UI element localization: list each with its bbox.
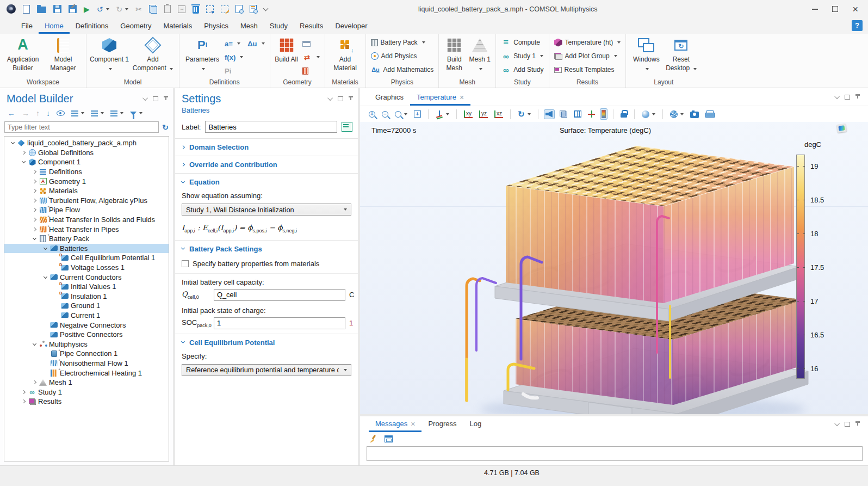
color-legend-icon[interactable] xyxy=(600,109,607,119)
parameters-button[interactable]: Pi Parameters xyxy=(182,35,222,72)
build-all-button[interactable]: Build All xyxy=(273,35,300,64)
default-view-icon[interactable] xyxy=(435,109,450,119)
maximize-icon[interactable] xyxy=(832,6,838,12)
create-variable-icon[interactable] xyxy=(342,122,352,132)
livelink-button[interactable]: ⇄ xyxy=(302,52,320,63)
tree-item-voltage-losses-1[interactable]: Voltage Losses 1 xyxy=(4,263,169,273)
minimize-icon[interactable] xyxy=(812,9,818,10)
clear-messages-icon[interactable] xyxy=(368,434,378,444)
expander-open-icon[interactable] xyxy=(20,161,27,163)
tree-item-results[interactable]: Results xyxy=(4,397,169,407)
expander-closed-icon[interactable] xyxy=(30,381,38,384)
nav-forward-icon[interactable]: → xyxy=(21,108,30,118)
tree-item-pipe-connection-1[interactable]: Pipe Connection 1 xyxy=(4,349,169,359)
node-text-icon[interactable] xyxy=(109,109,125,118)
transparency-icon[interactable] xyxy=(559,109,568,119)
tree-item-ground-1[interactable]: Ground 1 xyxy=(4,301,169,311)
tree-item-electrochemical-heating-1[interactable]: Electrochemical Heating 1 xyxy=(4,368,169,378)
application-builder-button[interactable]: Application Builder xyxy=(3,35,43,72)
show-axes-icon[interactable] xyxy=(587,109,596,119)
messages-tab-log[interactable]: Log xyxy=(463,416,488,432)
tab-close-icon[interactable]: × xyxy=(460,94,464,101)
soc-input[interactable] xyxy=(214,317,345,329)
tree-item-definitions[interactable]: Definitions xyxy=(4,167,169,177)
zoom-box-icon[interactable] xyxy=(394,110,408,119)
app-logo-icon[interactable] xyxy=(5,3,17,15)
new-file-icon[interactable] xyxy=(22,4,31,15)
open-file-icon[interactable] xyxy=(36,4,47,14)
add-mathematics-button[interactable]: Δu̲Add Mathematics xyxy=(371,64,434,75)
zoom-extents-icon[interactable] xyxy=(413,109,422,119)
expander-open-icon[interactable] xyxy=(41,276,49,278)
tree-item-geometry-1[interactable]: Geometry 1 xyxy=(4,176,169,186)
rotate-view-icon[interactable]: ↻ xyxy=(517,109,532,119)
tree-item-multiphysics[interactable]: Multiphysics xyxy=(4,339,169,349)
scene-thumbnail-icon[interactable] xyxy=(836,124,847,133)
menu-item-definitions[interactable]: Definitions xyxy=(70,19,115,34)
expander-closed-icon[interactable] xyxy=(30,180,38,183)
panel-pin-icon[interactable] xyxy=(163,95,169,102)
move-down-icon[interactable]: ↓ xyxy=(45,108,51,118)
expander-closed-icon[interactable] xyxy=(20,151,27,154)
clear-selection-icon[interactable] xyxy=(220,4,230,14)
close-icon[interactable]: × xyxy=(852,4,858,14)
panel-pin-icon[interactable] xyxy=(348,95,354,102)
section-equation[interactable]: Equation xyxy=(175,174,358,190)
filter-icon[interactable] xyxy=(129,110,144,116)
tree-item-turbulent-flow-algebraic-yplus[interactable]: Turbulent Flow, Algebraic yPlus xyxy=(4,196,169,206)
tree-item-nonisothermal-flow-1[interactable]: Nonisothermal Flow 1 xyxy=(4,359,169,368)
tree-item-heat-transfer-in-solids-and-fluids[interactable]: Heat Transfer in Solids and Fluids xyxy=(4,215,169,225)
messages-output[interactable] xyxy=(367,446,863,461)
undo-icon[interactable]: ↺ xyxy=(96,4,110,14)
panel-maximize-icon[interactable] xyxy=(153,96,158,101)
parameter-case-button[interactable]: Pi xyxy=(225,65,243,76)
selection-sound-icon[interactable] xyxy=(544,110,554,119)
panel-menu-icon[interactable] xyxy=(834,421,840,426)
add-material-button[interactable]: Add Material xyxy=(328,35,363,72)
specify-from-materials-checkbox[interactable] xyxy=(182,260,189,267)
tree-item-study-1[interactable]: ∞Study 1 xyxy=(4,387,169,397)
compute-button[interactable]: =Compute xyxy=(501,37,543,48)
cut-icon[interactable]: ✂ xyxy=(134,4,143,14)
expander-closed-icon[interactable] xyxy=(30,170,38,173)
tree-item-battery-pack[interactable]: Battery Pack xyxy=(4,234,169,244)
menu-item-file[interactable]: File xyxy=(15,19,39,34)
reset-desktop-button[interactable]: ↻ Reset Desktop xyxy=(664,35,698,72)
paste-icon[interactable] xyxy=(163,4,172,14)
find-icon[interactable] xyxy=(234,4,244,14)
menu-item-materials[interactable]: Materials xyxy=(157,19,198,34)
tree-item-cell-equilibrium-potential-1[interactable]: Cell Equilibrium Potential 1 xyxy=(4,253,169,263)
select-box-icon[interactable] xyxy=(205,4,215,14)
show-grid-icon[interactable] xyxy=(573,109,582,119)
tree-item-materials[interactable]: Materials xyxy=(4,186,169,196)
panel-menu-icon[interactable] xyxy=(834,94,840,99)
add-plot-group-button[interactable]: Add Plot Group xyxy=(554,51,621,61)
import-geometry-button[interactable] xyxy=(302,38,320,49)
menu-item-developer[interactable]: Developer xyxy=(329,19,373,34)
mesh1-button[interactable]: Mesh 1 xyxy=(467,35,493,72)
nonlocal-couplings-button[interactable]: Δu xyxy=(247,38,264,49)
add-component-button[interactable]: Add Component xyxy=(129,35,176,72)
windows-button[interactable]: Windows xyxy=(629,35,664,72)
tree-item-liquid-cooled-battery-pack-a-mph[interactable]: liquid_cooled_battery_pack_a.mph xyxy=(4,138,169,148)
menu-item-physics[interactable]: Physics xyxy=(198,19,234,34)
menu-item-home[interactable]: Home xyxy=(39,19,70,34)
graphics-tab-temperature[interactable]: Temperature× xyxy=(410,90,470,106)
messages-tab-messages[interactable]: Messages× xyxy=(369,416,421,432)
show-icon[interactable] xyxy=(55,109,66,117)
equation-study-dropdown[interactable]: Study 1, Wall Distance Initialization xyxy=(182,204,351,216)
expander-closed-icon[interactable] xyxy=(20,391,27,393)
view-lock-icon[interactable] xyxy=(619,109,628,119)
expander-open-icon[interactable] xyxy=(41,248,49,249)
help-icon[interactable]: ? xyxy=(852,20,863,31)
zoom-in-icon[interactable] xyxy=(368,110,376,119)
graphics-tab-graphics[interactable]: Graphics xyxy=(369,90,410,106)
move-up-icon[interactable]: ↑ xyxy=(35,108,41,118)
filter-input[interactable] xyxy=(4,121,159,133)
find-results-icon[interactable] xyxy=(249,4,258,14)
tree-item-component-1[interactable]: Component 1 xyxy=(4,157,169,167)
specify-dropdown[interactable]: Reference equilibrium potential and temp… xyxy=(182,364,351,376)
panel-pin-icon[interactable] xyxy=(855,94,860,101)
section-override-contribution[interactable]: Override and Contribution xyxy=(175,156,358,173)
label-input[interactable] xyxy=(205,121,337,133)
